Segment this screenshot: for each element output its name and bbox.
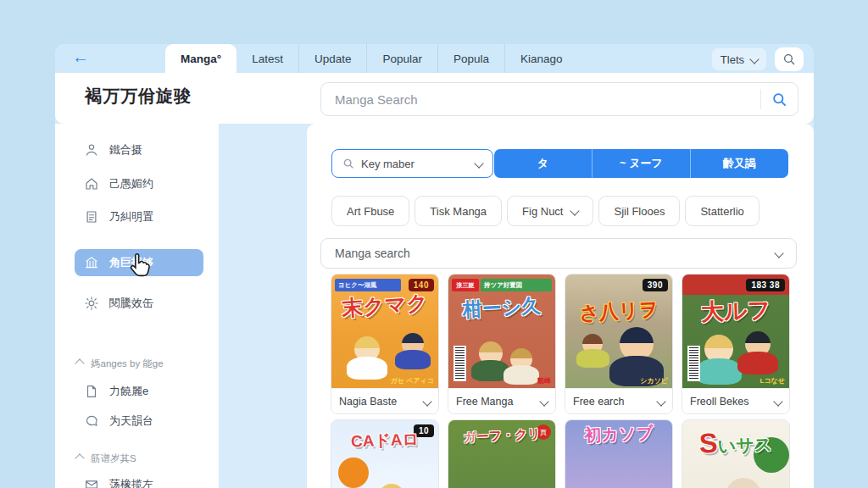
cover-footer-text: 觀峰 (537, 376, 551, 385)
manga-card[interactable]: 持ツア好置固浪三躯柑ーシ久觀峰Free Manga (448, 274, 556, 414)
chevron-down-icon[interactable] (422, 396, 431, 406)
back-arrow-icon[interactable]: ← (72, 47, 89, 67)
chat-icon (84, 413, 99, 429)
manga-cover: 頁ガーフ・クリ (448, 420, 555, 488)
search-icon[interactable] (771, 92, 787, 108)
character-figure (369, 484, 415, 488)
file-icon (84, 384, 99, 399)
character-figure (394, 333, 431, 369)
tab[interactable]: Latest (236, 44, 299, 73)
sidebar-nav: 鐵合摄己愚媚约乃糾明置角巨抨够閱騰效缶媽anges by 能ge力饒麗e为天韻台… (75, 130, 203, 488)
cover-footer-text: Lコなせ (760, 376, 785, 385)
chevron-down-icon (570, 206, 580, 215)
search-button[interactable] (775, 47, 804, 71)
cover-title: 柑ーシ久 (451, 296, 552, 320)
cover-title: 末クマク (334, 291, 435, 319)
cover-title: 大ルフ (686, 298, 787, 324)
character-figure (736, 331, 779, 374)
sidebar-item[interactable]: 乃糾明置 (75, 203, 203, 230)
segment-button[interactable]: 齡又謁 (690, 149, 788, 178)
character-body (696, 358, 742, 385)
segment-button[interactable]: ~ ヌーフ (592, 149, 690, 178)
sidebar-item-label: 鐵合摄 (109, 142, 142, 158)
manga-cover: ヨヒク〜湖風140末クマクガセ ペアィコ (331, 274, 438, 388)
search-icon (782, 53, 796, 66)
character-figure (576, 334, 610, 368)
manga-card[interactable]: 390さ八リヲシカソビFree earch (565, 274, 673, 414)
sidebar-item-label: 为天韻台 (109, 413, 153, 429)
filter-chip[interactable]: Fig Nuct (507, 196, 593, 226)
sidebar-item-label: 己愚媚约 (109, 176, 153, 191)
card-label-text: Free Manga (456, 396, 513, 408)
price-badge: 183 38 (746, 279, 785, 291)
manga-cover: 390さ八リヲシカソビ (565, 274, 672, 388)
sidebar-item-label: 荡橡揽左 (109, 477, 153, 488)
segment-button[interactable]: タ (494, 149, 592, 178)
cover-top-strip: ヨヒク〜湖風 (335, 279, 401, 291)
character-body (504, 365, 539, 385)
chevron-down-icon (774, 248, 783, 258)
manga-card[interactable]: 頁ガーフ・クリ (448, 419, 556, 488)
card-label-bar: Nagia Baste (331, 388, 438, 413)
cover-footer-text: ガセ ペアィコ (391, 376, 434, 385)
sidebar-item[interactable]: 己愚媚约 (75, 170, 203, 197)
tab[interactable]: Kianago (505, 44, 578, 73)
chevron-down-icon[interactable] (539, 396, 548, 406)
home-icon (84, 176, 99, 191)
sidebar-item[interactable]: 荡橡揽左 (75, 471, 203, 488)
manga-category-dropdown[interactable]: Manga search (320, 238, 797, 269)
chevron-up-icon (75, 358, 84, 368)
mail-icon (84, 477, 99, 488)
cover-footer-text: シカソビ (640, 376, 668, 385)
manga-search-bar[interactable] (320, 82, 798, 116)
doc-icon (84, 209, 99, 225)
manga-cover: 持ツア好置固浪三躯柑ーシ久觀峰 (448, 274, 555, 388)
manga-card[interactable]: 初カソブ (565, 419, 673, 488)
chevron-up-icon (75, 453, 84, 463)
cover-title: CAドAロ (335, 430, 436, 450)
tab[interactable]: Popular (367, 44, 438, 73)
filter-chip[interactable]: Tisk Manga (415, 196, 502, 226)
sidebar-item[interactable]: 力饒麗e (75, 378, 203, 405)
barcode-stripes (455, 347, 465, 380)
card-label-bar: Free earch (565, 388, 672, 413)
character-body (576, 349, 609, 368)
manga-card[interactable]: Sいサス (682, 419, 790, 488)
tab[interactable]: Manga° (165, 44, 236, 73)
filter-chip[interactable]: Art Fbuse (331, 196, 409, 226)
sidebar-item[interactable]: 閱騰效缶 (75, 290, 203, 317)
tab[interactable]: Update (299, 44, 368, 73)
tlets-dropdown[interactable]: Tlets (712, 48, 766, 70)
tab-bar: Manga°LatestUpdatePopularPopulaKianago (165, 44, 578, 73)
sidebar-section-label: 筋谱岁其S (91, 452, 136, 465)
price-badge: 390 (643, 279, 668, 291)
keyword-dropdown[interactable]: Key maber (331, 149, 493, 178)
mouse-cursor-hand (125, 251, 153, 278)
character-head (726, 478, 761, 488)
cover-title: ガーフ・クリ (452, 426, 553, 444)
tab[interactable]: Popula (438, 44, 505, 73)
chevron-down-icon[interactable] (656, 396, 665, 406)
card-label-bar: Free Manga (448, 388, 555, 413)
sidebar-item[interactable]: 为天韻台 (75, 408, 203, 435)
character-body (347, 357, 387, 380)
filter-chip-label: Tisk Manga (430, 205, 487, 218)
manga-card[interactable]: 10CAドAロ (331, 419, 439, 488)
manga-card[interactable]: ヨヒク〜湖風140末クマクガセ ペアィコNagia Baste (331, 274, 439, 414)
segmented-buttons: タ~ ヌーフ齡又謁 (494, 149, 788, 178)
filter-chip[interactable]: Statterlio (685, 196, 759, 226)
manga-card[interactable]: 183 38大ルフLコなせFreoll Bekes (682, 274, 790, 414)
manga-search-input[interactable] (321, 92, 760, 107)
cover-title-rest: いサス (717, 435, 772, 456)
filter-chip[interactable]: Sjil Flooes (598, 196, 680, 226)
character-figure (713, 478, 773, 488)
sidebar-item-label: 乃糾明置 (109, 209, 153, 225)
manga-grid: ヨヒク〜湖風140末クマクガセ ペアィコNagia Baste持ツア好置固浪三躯… (331, 274, 790, 488)
sidebar-item[interactable]: 鐵合摄 (75, 136, 203, 164)
card-label-text: Free earch (573, 396, 624, 408)
price-badge: 140 (409, 279, 434, 291)
sidebar-section-header[interactable]: 媽anges by 能ge (75, 352, 203, 374)
chevron-down-icon[interactable] (773, 396, 782, 406)
building-icon (84, 255, 99, 270)
sidebar-section-header[interactable]: 筋谱岁其S (75, 447, 203, 469)
